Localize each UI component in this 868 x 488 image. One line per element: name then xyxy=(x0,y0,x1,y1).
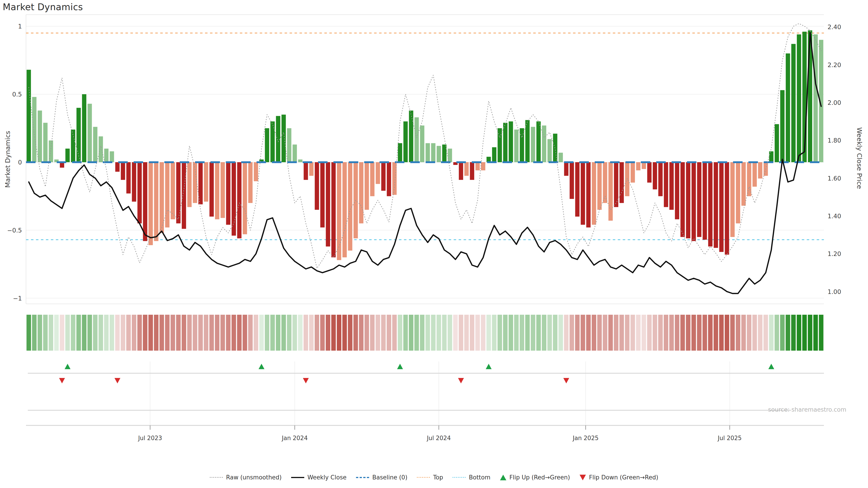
heatmap-cell xyxy=(187,315,192,351)
dynamics-bar xyxy=(409,110,413,162)
heatmap-cell xyxy=(525,315,530,351)
heatmap-cell xyxy=(320,315,324,351)
flip-up-marker xyxy=(258,364,265,369)
dynamics-bar xyxy=(714,162,718,248)
heatmap-cell xyxy=(464,315,469,351)
dynamics-bar xyxy=(387,162,391,196)
dynamics-bar xyxy=(548,139,552,162)
dynamics-bar xyxy=(631,162,635,183)
dynamics-bar xyxy=(115,162,120,172)
heatmap-cell xyxy=(398,315,402,351)
heatmap-cell xyxy=(298,315,303,351)
dynamics-bar xyxy=(542,125,546,162)
dynamics-bar xyxy=(636,162,640,170)
dynamics-bar xyxy=(691,162,696,241)
dynamics-bar xyxy=(187,162,192,207)
heatmap-cell xyxy=(98,315,103,351)
dynamics-bar xyxy=(126,162,131,193)
dynamics-bar xyxy=(769,151,774,162)
dynamics-bar xyxy=(182,162,186,229)
dynamics-bar xyxy=(210,162,214,217)
heatmap-cell xyxy=(730,315,735,351)
heatmap-cell xyxy=(71,315,75,351)
heatmap-cell xyxy=(575,315,580,351)
heatmap-cell xyxy=(647,315,652,351)
dynamics-bar xyxy=(342,162,347,257)
dynamics-bar xyxy=(204,162,208,202)
heatmap-cell xyxy=(664,315,668,351)
heatmap-cell xyxy=(226,315,230,351)
heatmap-cell xyxy=(54,315,59,351)
heatmap-cell xyxy=(287,315,291,351)
heatmap-cell xyxy=(569,315,574,351)
heatmap-cell xyxy=(608,315,613,351)
heatmap-cell xyxy=(691,315,696,351)
heatmap-cell xyxy=(553,315,557,351)
page-title: Market Dynamics xyxy=(3,2,83,12)
legend-item-top-label: Top xyxy=(433,474,443,481)
heatmap-cell xyxy=(409,315,413,351)
flip-up-marker xyxy=(768,364,774,369)
flip-down-marker xyxy=(563,378,569,383)
heatmap-cell xyxy=(315,315,319,351)
dynamics-bar xyxy=(730,162,735,237)
dynamics-bar xyxy=(420,125,424,162)
dynamics-bar xyxy=(752,162,757,187)
x-tick-label: Jan 2025 xyxy=(572,435,599,442)
dynamics-bar xyxy=(337,162,341,260)
dynamics-bar xyxy=(110,151,114,162)
right-axis-tick-label: 2.00 xyxy=(828,99,841,106)
dynamics-bar xyxy=(792,44,796,162)
heatmap-cell xyxy=(414,315,419,351)
heatmap-cell xyxy=(680,315,685,351)
left-axis-title: Market Dynamics xyxy=(4,131,11,188)
dynamics-bar xyxy=(520,128,524,162)
legend-item-baseline-swatch-icon xyxy=(356,477,369,478)
heatmap-cell xyxy=(791,315,796,351)
dynamics-bar xyxy=(620,162,624,203)
dynamics-bar xyxy=(281,115,286,162)
flip-down-marker xyxy=(114,378,120,383)
heatmap-cell xyxy=(270,315,275,351)
dynamics-bar xyxy=(481,162,485,170)
flip-up-marker xyxy=(397,364,403,369)
heatmap-cell xyxy=(110,315,114,351)
heatmap-cell xyxy=(143,315,147,351)
heatmap-cell xyxy=(265,315,269,351)
heatmap-cell xyxy=(259,315,264,351)
heatmap-cell xyxy=(719,315,723,351)
dynamics-bar xyxy=(581,162,585,225)
dynamics-bar xyxy=(121,162,125,180)
flip-up-marker xyxy=(65,364,70,369)
dynamics-bar xyxy=(675,162,679,219)
dynamics-bar xyxy=(758,162,763,178)
flip-down-marker xyxy=(303,378,309,383)
legend-item-top-swatch-icon xyxy=(417,477,430,478)
dynamics-bar xyxy=(697,162,702,237)
dynamics-bar xyxy=(503,123,507,162)
heatmap-cell xyxy=(780,315,784,351)
left-axis-tick-label: 1 xyxy=(18,23,22,30)
legend-item-flip-down-swatch-icon xyxy=(580,475,586,480)
left-axis-tick-label: −1 xyxy=(13,295,22,302)
heatmap-cell xyxy=(209,315,214,351)
dynamics-bar xyxy=(658,162,662,196)
heatmap-cell xyxy=(708,315,712,351)
source-note: source: sharemaestro.com xyxy=(768,406,846,413)
dynamics-bar xyxy=(508,121,513,162)
heatmap-cell xyxy=(559,315,563,351)
dynamics-bar xyxy=(38,110,42,162)
heatmap-cell xyxy=(82,315,86,351)
dynamics-bar xyxy=(559,153,563,162)
heatmap-cell xyxy=(653,315,657,351)
legend-item-raw-label: Raw (unsmoothed) xyxy=(226,474,282,481)
heatmap-cell xyxy=(764,315,768,351)
heatmap-cell xyxy=(741,315,746,351)
legend-item-flip-up-swatch-icon xyxy=(500,475,506,480)
dynamics-bar xyxy=(680,162,685,237)
chart-legend: Raw (unsmoothed)Weekly CloseBaseline (0)… xyxy=(0,474,868,481)
dynamics-bar xyxy=(797,34,801,162)
heatmap-cell xyxy=(769,315,774,351)
heatmap-cell xyxy=(487,315,491,351)
right-axis-tick-label: 1.60 xyxy=(828,175,841,182)
